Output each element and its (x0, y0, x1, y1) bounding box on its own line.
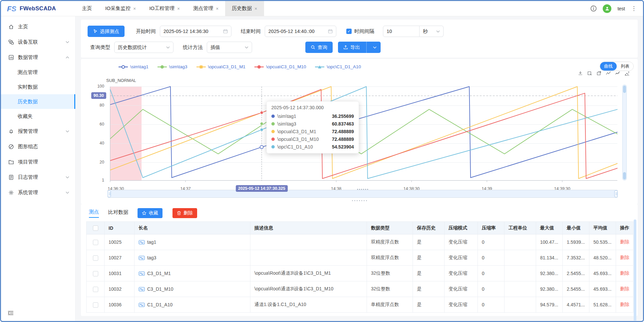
series-color-dot (271, 122, 275, 126)
restore-icon[interactable] (596, 71, 602, 76)
view-curve-tab[interactable]: 曲线 (600, 62, 617, 71)
tooltip-series-value: 72.488889 (332, 129, 354, 134)
slider-move-handle[interactable] (357, 189, 368, 190)
tab-close-icon[interactable]: × (254, 6, 257, 11)
delete-button[interactable]: 删除 (172, 208, 197, 218)
crosshair-time-badge: 2025-05-12 14:37:30.325 (236, 185, 288, 192)
sidebar-item[interactable]: 日志管理 (1, 169, 75, 185)
slider-left-handle[interactable] (108, 190, 111, 197)
sidebar-collapse-icon[interactable] (8, 311, 14, 317)
query-button[interactable]: 查询 (305, 42, 333, 53)
sidebar-subitem[interactable]: 测点管理 (1, 65, 75, 80)
data-zoom-icon[interactable] (587, 71, 592, 76)
vzoom-bottom-handle[interactable] (623, 172, 626, 179)
legend-item[interactable]: \sim\tag1 (118, 64, 149, 69)
table-row[interactable]: 10036C1_D1_A10通道1.设备1.C1_D1_A10单精度浮点数是变化… (87, 297, 633, 313)
row-checkbox[interactable] (93, 240, 98, 245)
end-time-input[interactable]: 2025-05-12 14:40.:00 (265, 26, 336, 37)
row-checkbox[interactable] (93, 271, 98, 276)
tab-close-icon[interactable]: × (216, 6, 218, 11)
export-dropdown-arrow[interactable] (369, 46, 381, 49)
save-image-icon[interactable] (578, 71, 583, 76)
top-tab[interactable]: 主页 (75, 1, 99, 16)
row-delete-link[interactable]: 删除 (620, 270, 629, 276)
row-delete-link[interactable]: 删除 (620, 302, 629, 307)
vertical-zoom-slider[interactable] (622, 85, 627, 180)
app-logo-icon: FS (6, 4, 16, 14)
cell-max: 81.134... (536, 250, 563, 266)
row-delete-link[interactable]: 删除 (620, 286, 629, 291)
query-type-label: 查询类型 (90, 44, 110, 51)
data-view-icon[interactable] (624, 71, 630, 76)
legend-item[interactable]: \opcua\C3_D1_M1 (196, 64, 246, 69)
chart-panel: 曲线 列表 \sim\tag1\sim\tag3\opcua\C3_D1_M1\… (81, 59, 638, 204)
timeline-zoom-slider[interactable] (108, 190, 618, 198)
row-checkbox[interactable] (93, 302, 98, 308)
cell-compress-mode: 变化压缩 (445, 250, 478, 266)
sidebar-subitem[interactable]: 历史数据 (1, 94, 75, 109)
select-points-button[interactable]: 选择测点 (88, 26, 125, 37)
table-row[interactable]: 10025tag1双精度浮点数是变化压缩0100.47...1.5939...5… (87, 234, 633, 250)
sidebar-item[interactable]: 报警管理 (1, 124, 75, 139)
tag-wave-icon (139, 240, 145, 245)
table-row[interactable]: 10032C3_D1_M10\opcua\Root\通道3\设备1\C3_D1_… (87, 281, 633, 297)
info-icon[interactable] (590, 5, 597, 12)
alarm-icon (8, 129, 14, 134)
export-button[interactable]: 导出 (338, 42, 381, 53)
sidebar-item[interactable]: 系统管理 (1, 185, 75, 200)
user-avatar[interactable] (603, 4, 611, 13)
sidebar-item[interactable]: 图形组态 (1, 139, 75, 154)
legend-item[interactable]: \opcua\C3_D1_M10 (254, 64, 306, 69)
table-scrollbar[interactable] (634, 219, 636, 321)
table-row[interactable]: 10031C3_D1_M1\opcua\Root\通道3\设备1\C3_D1_M… (87, 266, 633, 281)
slider-right-handle[interactable] (614, 190, 618, 197)
select-all-checkbox[interactable] (93, 225, 98, 231)
cell-description (250, 234, 367, 250)
legend-item[interactable]: \opc\C1_D1_A10 (315, 64, 361, 69)
stat-method-select[interactable]: 插值 (207, 42, 252, 53)
sidebar-item[interactable]: 数据管理 (1, 50, 75, 65)
interval-unit-select[interactable]: 秒 (420, 26, 444, 37)
panel-resize-handle[interactable] (86, 198, 632, 202)
cell-save-history: 是 (413, 250, 445, 266)
line-chart[interactable] (108, 85, 618, 184)
cell-max: 92.380... (536, 281, 563, 297)
sidebar-subitem[interactable]: 实时数据 (1, 80, 75, 94)
row-delete-link[interactable]: 删除 (620, 239, 629, 244)
sidebar-item[interactable]: 主页 (1, 19, 75, 34)
start-time-input[interactable]: 2025-05-12 14:36:30 (160, 26, 231, 37)
smooth-line-icon[interactable] (615, 71, 620, 76)
sidebar-item[interactable]: 设备互联 (1, 34, 75, 50)
top-tab[interactable]: 历史数据× (225, 1, 264, 16)
query-type-select[interactable]: 历史数据统计 (114, 42, 173, 53)
column-header: 数据类型 (367, 222, 413, 234)
legend-label: \opcua\C3_D1_M1 (208, 64, 246, 69)
top-tab[interactable]: IO工程管理× (143, 1, 186, 16)
column-header: 描述信息 (250, 222, 367, 234)
tab-compare-data[interactable]: 比对数据 (108, 209, 128, 217)
y-axis-tick-label: 1 (91, 178, 104, 182)
legend-item[interactable]: \sim\tag3 (157, 64, 187, 69)
crosshair-point (260, 111, 263, 114)
sidebar-item[interactable]: 项目管理 (1, 154, 75, 169)
vzoom-top-handle[interactable] (623, 86, 626, 93)
tab-close-icon[interactable]: × (133, 6, 136, 11)
favorite-button[interactable]: 收藏 (138, 208, 162, 218)
row-checkbox[interactable] (93, 287, 98, 292)
top-tab[interactable]: IO采集监控× (99, 1, 143, 16)
tab-points[interactable]: 测点 (89, 209, 99, 218)
line-chart-icon[interactable] (606, 71, 611, 76)
row-delete-link[interactable]: 删除 (620, 255, 629, 260)
row-checkbox[interactable] (93, 255, 98, 261)
sidebar-subitem[interactable]: 收藏夹 (1, 109, 75, 124)
tab-close-icon[interactable]: × (177, 6, 180, 11)
interval-input[interactable]: 10 (383, 26, 420, 37)
top-tab[interactable]: 测点管理× (186, 1, 225, 16)
y-axis-name: SUB_NORMAL (106, 78, 136, 83)
view-list-tab[interactable]: 列表 (617, 62, 633, 71)
kebab-menu-icon[interactable]: ⋮ (631, 5, 637, 12)
table-row[interactable]: 10027tag3双精度浮点数是变化压缩081.134...7.3532...4… (87, 250, 633, 266)
tag-wave-icon (139, 271, 145, 276)
interval-checkbox[interactable]: ✓ (346, 29, 352, 34)
chart-area[interactable]: SUB_NORMAL 90.30 2025-05-12 14:37:30.325… (108, 85, 618, 184)
